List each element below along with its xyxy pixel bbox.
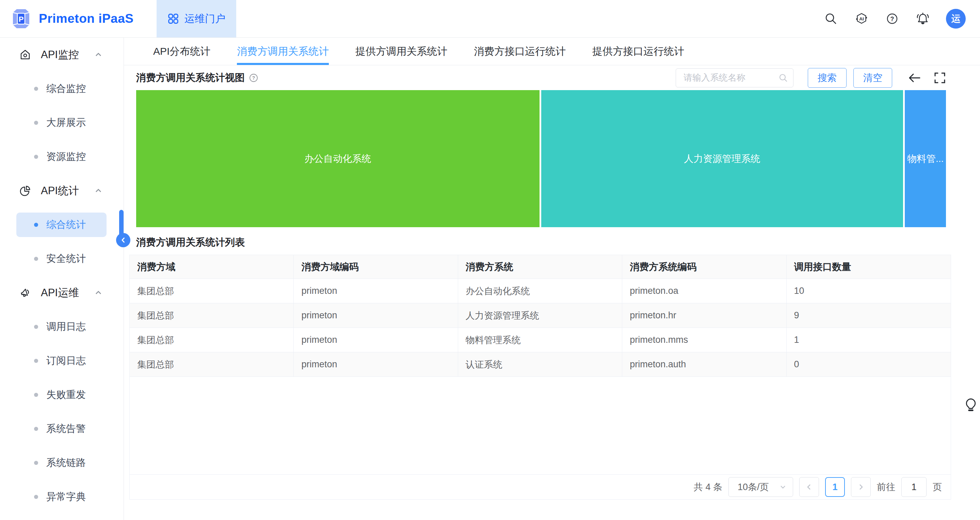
notifications-bell-icon[interactable] <box>915 11 930 26</box>
primeton-logo-icon: P <box>10 8 32 30</box>
bullet-dot-icon <box>34 257 38 261</box>
column-header: 消费方系统编码 <box>622 255 786 279</box>
page-unit-label: 页 <box>933 481 942 493</box>
portal-tab[interactable]: 运维门户 <box>157 0 236 37</box>
table-empty-area <box>130 377 951 474</box>
sidebar-group-api-monitor[interactable]: API监控 <box>0 38 124 72</box>
treemap-block-mms[interactable]: 物料管... <box>905 90 946 227</box>
tab-consumer-api-run[interactable]: 消费方接口运行统计 <box>474 38 566 65</box>
sidebar-item-安全统计[interactable]: 安全统计 <box>0 242 124 276</box>
sidebar-group-api-stats[interactable]: API统计 <box>0 174 124 208</box>
next-page-button[interactable] <box>851 477 871 497</box>
brand: P Primeton iPaaS <box>0 0 157 37</box>
topbar-actions: AI ? 运 <box>823 0 980 37</box>
svg-text:?: ? <box>891 16 894 22</box>
lightbulb-icon[interactable] <box>963 397 978 415</box>
consumer-call-treemap: 办公自动化系统 人力资源管理系统 物料管... <box>136 90 946 227</box>
tab-api-distribution[interactable]: API分布统计 <box>153 38 210 65</box>
column-header: 消费方域编码 <box>294 255 458 279</box>
sidebar-group-api-ops[interactable]: API运维 <box>0 276 124 310</box>
table-row[interactable]: 集团总部 primeton 物料管理系统 primeton.mms 1 <box>130 328 951 352</box>
table-row[interactable]: 集团总部 primeton 办公自动化系统 primeton.oa 10 <box>130 279 951 303</box>
tab-consumer-call-relation[interactable]: 消费方调用关系统计 <box>237 38 329 65</box>
sidebar-item-系统告警[interactable]: 系统告警 <box>0 412 124 446</box>
sidebar-item-大屏展示[interactable]: 大屏展示 <box>0 106 124 140</box>
svg-text:AI: AI <box>859 16 864 21</box>
chevron-up-icon <box>94 50 103 60</box>
sidebar-item-综合监控[interactable]: 综合监控 <box>0 72 124 106</box>
sidebar-item-资源监控[interactable]: 资源监控 <box>0 140 124 174</box>
system-name-search-input[interactable] <box>676 68 794 87</box>
sidebar-group-label: API统计 <box>41 184 79 198</box>
svg-text:P: P <box>19 15 24 24</box>
sidebar-group-label: API运维 <box>41 286 79 300</box>
treemap-block-oa[interactable]: 办公自动化系统 <box>136 90 539 227</box>
sidebar-item-订阅日志[interactable]: 订阅日志 <box>0 344 124 378</box>
sidebar-item-异常字典[interactable]: 异常字典 <box>0 480 124 514</box>
svg-text:?: ? <box>252 75 255 81</box>
prev-page-button[interactable] <box>799 477 819 497</box>
pagination-total: 共 4 条 <box>694 481 722 493</box>
list-title: 消费方调用关系统计列表 <box>136 235 980 250</box>
sidebar-collapse-button[interactable] <box>116 233 130 247</box>
page-body: API监控 综合监控 大屏展示 资源监控 API统计 <box>0 38 980 520</box>
consumer-call-table: 消费方域 消费方域编码 消费方系统 消费方系统编码 调用接口数量 集团总部 pr… <box>129 255 951 499</box>
fullscreen-icon[interactable] <box>932 70 947 86</box>
tab-provider-api-run[interactable]: 提供方接口运行统计 <box>592 38 684 65</box>
bullet-dot-icon <box>34 393 38 397</box>
brand-name: Primeton iPaaS <box>39 11 134 26</box>
sidebar: API监控 综合监控 大屏展示 资源监控 API统计 <box>0 38 124 520</box>
view-header: 消费方调用关系统计视图 ? 搜索 清空 <box>124 65 980 90</box>
search-icon <box>778 73 788 82</box>
pagination: 共 4 条 10条/页 1 前 <box>130 474 951 499</box>
chevron-down-icon <box>779 483 787 491</box>
search-icon[interactable] <box>823 11 838 26</box>
page-number-button[interactable]: 1 <box>825 477 845 497</box>
column-header: 调用接口数量 <box>787 255 951 279</box>
bullet-dot-icon <box>34 87 38 91</box>
view-title: 消费方调用关系统计视图 ? <box>136 71 258 85</box>
back-arrow-icon[interactable] <box>907 70 922 86</box>
bullet-dot-icon <box>34 121 38 125</box>
main-content: API分布统计 消费方调用关系统计 提供方调用关系统计 消费方接口运行统计 提供… <box>124 38 980 520</box>
bullet-dot-icon <box>34 427 38 431</box>
monitor-home-icon <box>19 49 31 61</box>
bullet-dot-icon <box>34 495 38 499</box>
search-button[interactable]: 搜索 <box>808 68 846 88</box>
sidebar-item-系统链路[interactable]: 系统链路 <box>0 446 124 480</box>
help-circle-icon[interactable]: ? <box>249 73 258 82</box>
chevron-left-icon <box>120 237 127 244</box>
column-header: 消费方域 <box>130 255 294 279</box>
table-header-row: 消费方域 消费方域编码 消费方系统 消费方系统编码 调用接口数量 <box>130 255 951 279</box>
user-avatar[interactable]: 运 <box>946 9 966 29</box>
table-row[interactable]: 集团总部 primeton 认证系统 primeton.auth 0 <box>130 352 951 377</box>
chevron-right-icon <box>857 483 865 491</box>
view-controls: 搜索 清空 <box>676 68 947 88</box>
chevron-up-icon <box>94 288 103 298</box>
chevron-left-icon <box>805 483 813 491</box>
sidebar-item-调用日志[interactable]: 调用日志 <box>0 310 124 344</box>
bullet-dot-icon <box>34 359 38 363</box>
bullet-dot-icon <box>34 223 38 227</box>
ai-assistant-icon[interactable]: AI <box>854 11 869 26</box>
help-icon[interactable]: ? <box>885 11 900 26</box>
sidebar-item-综合统计[interactable]: 综合统计 <box>0 208 124 242</box>
tab-provider-call-relation[interactable]: 提供方调用关系统计 <box>355 38 447 65</box>
goto-page-input[interactable] <box>901 477 927 497</box>
pie-chart-icon <box>19 185 31 197</box>
bullet-dot-icon <box>34 461 38 465</box>
apps-grid-icon <box>167 13 179 24</box>
treemap-block-hr[interactable]: 人力资源管理系统 <box>541 90 904 227</box>
bullet-dot-icon <box>34 155 38 159</box>
chevron-up-icon <box>94 186 103 195</box>
tab-bar: API分布统计 消费方调用关系统计 提供方调用关系统计 消费方接口运行统计 提供… <box>124 38 980 65</box>
page-size-select[interactable]: 10条/页 <box>729 477 793 497</box>
table-row[interactable]: 集团总部 primeton 人力资源管理系统 primeton.hr 9 <box>130 303 951 328</box>
megaphone-icon <box>19 287 31 299</box>
clear-button[interactable]: 清空 <box>853 68 892 88</box>
sidebar-group-label: API监控 <box>41 48 79 62</box>
column-header: 消费方系统 <box>458 255 622 279</box>
sidebar-item-失败重发[interactable]: 失败重发 <box>0 378 124 412</box>
bullet-dot-icon <box>34 325 38 329</box>
goto-label: 前往 <box>877 481 895 493</box>
